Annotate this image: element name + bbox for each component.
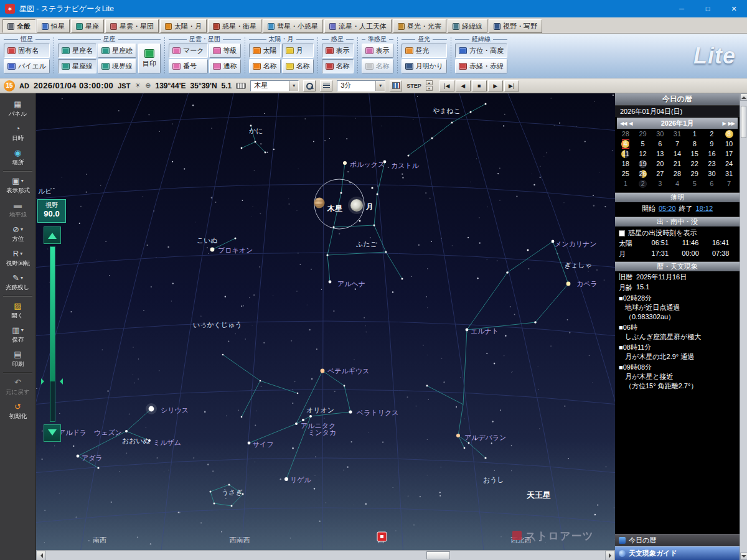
- calendar-day[interactable]: 11: [617, 149, 634, 159]
- magnitude-button[interactable]: 等級: [209, 44, 241, 58]
- calendar-day[interactable]: 4: [617, 139, 634, 149]
- stop-button[interactable]: ■: [472, 80, 487, 91]
- calendar-day[interactable]: 5: [686, 179, 703, 189]
- calendar-day[interactable]: 2: [634, 179, 652, 189]
- marker-button[interactable]: 目印: [138, 44, 161, 73]
- calendar-day[interactable]: 5: [634, 139, 652, 149]
- zoom-in-button[interactable]: [44, 226, 61, 244]
- calendar-day[interactable]: 7: [669, 139, 686, 149]
- astro-guide-tab[interactable]: 天文現象ガイド: [615, 546, 740, 560]
- calendar-day[interactable]: 16: [703, 149, 721, 159]
- today-calendar-tab[interactable]: 今日の暦: [615, 534, 740, 546]
- play-forward-button[interactable]: ▶: [488, 80, 503, 91]
- scroll-down-button[interactable]: [740, 553, 747, 560]
- step-up-button[interactable]: ▲: [426, 80, 433, 85]
- time-step-select[interactable]: 3分 ▼: [337, 80, 385, 91]
- calendar-day[interactable]: 3: [720, 129, 738, 139]
- calendar-day[interactable]: 1: [686, 129, 703, 139]
- vertical-scroll-thumb[interactable]: [741, 106, 746, 138]
- number-button[interactable]: 番号: [169, 59, 208, 73]
- ra-dec-button[interactable]: 赤経・赤緯: [455, 59, 507, 73]
- calendar-day[interactable]: 2: [703, 129, 721, 139]
- prev-month-button[interactable]: ◀: [627, 121, 633, 126]
- calendar-day[interactable]: 31: [669, 129, 686, 139]
- tab-昼光・光害[interactable]: 昼光・光害: [393, 19, 446, 33]
- limiting-magnitude-field[interactable]: 5.1: [222, 82, 232, 90]
- fov-rotation-button[interactable]: R▾視野回転: [0, 246, 35, 270]
- planet-name-button[interactable]: 名称: [322, 59, 354, 73]
- twilight-start-time[interactable]: 05:20: [659, 205, 676, 212]
- print-button[interactable]: ▤印刷: [0, 347, 35, 371]
- scroll-right-button[interactable]: [605, 551, 615, 560]
- checkbox[interactable]: [619, 230, 625, 236]
- prev-year-button[interactable]: ◀◀: [619, 121, 627, 126]
- zoom-out-button[interactable]: [44, 424, 61, 442]
- step-down-button[interactable]: ▼: [426, 86, 433, 91]
- play-backward-button[interactable]: ◀: [456, 80, 471, 91]
- maximize-button[interactable]: □: [695, 0, 721, 17]
- moon-button[interactable]: 月: [282, 44, 314, 58]
- sun-button[interactable]: 太陽: [249, 44, 281, 58]
- tab-流星・人工天体[interactable]: 流星・人工天体: [324, 19, 392, 33]
- calendar-day[interactable]: 4: [669, 179, 686, 189]
- fov-slider[interactable]: [50, 246, 55, 422]
- direction-button[interactable]: ⊘▾方位: [0, 222, 35, 246]
- calendar-day[interactable]: 17: [720, 149, 738, 159]
- tab-視野・写野[interactable]: 視野・写野: [489, 19, 542, 33]
- calendar-day[interactable]: 29: [634, 129, 652, 139]
- constellation-name-button[interactable]: 星座名: [58, 44, 96, 58]
- mark-button[interactable]: マーク: [169, 44, 208, 58]
- next-year-button[interactable]: ▶▶: [727, 121, 736, 126]
- daylight-button[interactable]: 昼光: [402, 44, 448, 58]
- calendar-day[interactable]: 26: [634, 169, 652, 179]
- red-marker-icon[interactable]: [377, 532, 387, 541]
- azimuth-altitude-button[interactable]: 方位・高度: [455, 44, 507, 58]
- calendar-day[interactable]: 7: [720, 179, 738, 189]
- day-badge[interactable]: 15: [4, 80, 15, 91]
- close-button[interactable]: ✕: [721, 0, 747, 17]
- calendar-day[interactable]: 29: [686, 169, 703, 179]
- save-button[interactable]: ▥▾保存: [0, 322, 35, 347]
- calendar-day[interactable]: 10: [720, 139, 738, 149]
- calendar-day[interactable]: 8: [686, 139, 703, 149]
- next-month-button[interactable]: ▶: [721, 121, 727, 126]
- trail-button[interactable]: ✎▾光跡残し: [0, 270, 35, 294]
- tab-恒星[interactable]: 恒星: [37, 19, 70, 33]
- sun-name-button[interactable]: 名称: [249, 59, 281, 73]
- common-name-button[interactable]: 通称: [209, 59, 241, 73]
- datetime-button[interactable]: ◔日時: [0, 121, 35, 145]
- location-button[interactable]: ◉場所: [0, 145, 35, 169]
- planet-show-button[interactable]: 表示: [322, 44, 354, 58]
- dwarf-planet-show-button[interactable]: 表示: [362, 44, 393, 58]
- calendar-day[interactable]: 21: [669, 159, 686, 169]
- calendar-day[interactable]: 6: [651, 139, 669, 149]
- calendar-day[interactable]: 12: [634, 149, 652, 159]
- tab-彗星・小惑星[interactable]: 彗星・小惑星: [263, 19, 323, 33]
- skip-to-start-button[interactable]: |◀: [439, 80, 454, 91]
- calendar-day[interactable]: 19: [634, 159, 652, 169]
- constellation-line-button[interactable]: 星座線: [58, 59, 96, 73]
- calendar-day[interactable]: 14: [669, 149, 686, 159]
- panel-button[interactable]: ▦パネル: [0, 96, 35, 121]
- tab-惑星・衛星[interactable]: 惑星・衛星: [208, 19, 261, 33]
- horizontal-scroll-thumb[interactable]: [426, 551, 450, 559]
- tab-星雲・星団[interactable]: 星雲・星団: [105, 19, 159, 33]
- scroll-left-button[interactable]: [36, 551, 46, 560]
- tab-全般[interactable]: 全般: [2, 19, 35, 33]
- search-button[interactable]: [303, 80, 316, 91]
- calendar-day[interactable]: 30: [651, 129, 669, 139]
- datetime-field[interactable]: 2026/01/04 03:00:00: [34, 81, 113, 90]
- moonlight-button[interactable]: 月明かり: [402, 59, 448, 73]
- calendar-day[interactable]: 6: [703, 179, 721, 189]
- twilight-end-time[interactable]: 18:12: [696, 205, 713, 212]
- open-button[interactable]: ▨開く: [0, 298, 35, 322]
- minimize-button[interactable]: ─: [669, 0, 695, 17]
- calendar-day[interactable]: 1: [617, 179, 634, 189]
- calendar-day[interactable]: 3: [651, 179, 669, 189]
- constellation-art-button[interactable]: 星座絵: [98, 44, 136, 58]
- calendar-day[interactable]: 9: [703, 139, 721, 149]
- calendar-day[interactable]: 13: [651, 149, 669, 159]
- calendar-day[interactable]: 24: [720, 159, 738, 169]
- vertical-scrollbar[interactable]: [740, 93, 747, 560]
- calendar-day[interactable]: 28: [669, 169, 686, 179]
